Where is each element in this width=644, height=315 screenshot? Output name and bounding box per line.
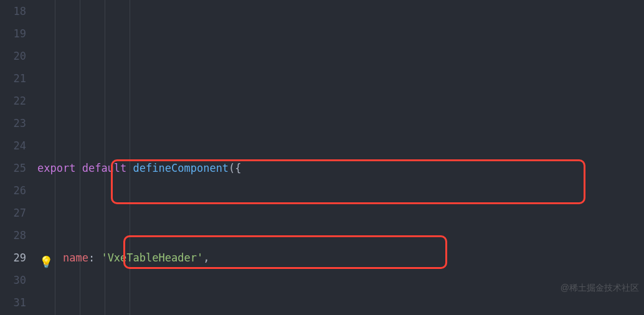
line-number: 31 — [0, 291, 26, 314]
lightbulb-icon[interactable]: 💡 — [39, 251, 53, 273]
line-number: 21 — [0, 67, 26, 90]
line-number: 20 — [0, 45, 26, 67]
code-area[interactable]: export default defineComponent({ name: '… — [37, 0, 644, 315]
line-number: 26 — [0, 179, 26, 202]
line-number: 27 — [0, 202, 26, 224]
code-line[interactable]: name: 'VxeTableHeader', — [37, 247, 644, 269]
line-number: 28 — [0, 224, 26, 247]
line-number-active: 29 — [0, 247, 26, 269]
code-line[interactable]: export default defineComponent({ — [37, 157, 644, 179]
code-editor[interactable]: 18 19 20 21 22 23 24 25 26 27 28 29 30 3… — [0, 0, 644, 315]
line-number: 30 — [0, 269, 26, 291]
line-number: 18 — [0, 0, 26, 22]
line-number: 23 — [0, 112, 26, 134]
watermark: @稀土掘金技术社区 — [561, 276, 639, 299]
line-number-gutter: 18 19 20 21 22 23 24 25 26 27 28 29 30 3… — [0, 0, 37, 315]
line-number: 24 — [0, 134, 26, 157]
line-number: 19 — [0, 22, 26, 45]
line-number: 22 — [0, 90, 26, 112]
line-number: 25 — [0, 157, 26, 179]
